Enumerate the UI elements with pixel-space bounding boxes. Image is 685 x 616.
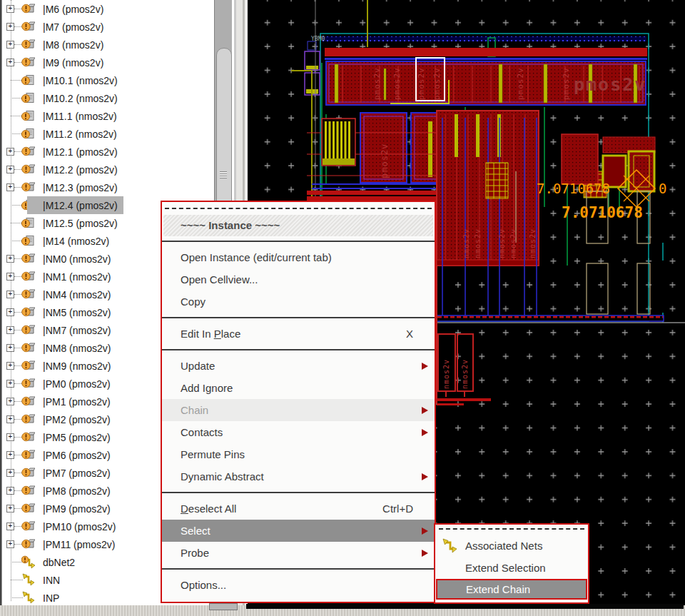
expand-toggle-icon[interactable] — [6, 487, 14, 495]
tree-horizontal-scrollbar-thumb[interactable] — [209, 603, 238, 610]
expand-toggle-icon[interactable] — [6, 522, 14, 530]
submenu-item-extend-selection[interactable]: Extend Selection — [435, 557, 588, 579]
menu-shortcut: X — [406, 323, 413, 345]
expand-toggle-icon[interactable] — [6, 291, 14, 298]
tree-item-label: |PM10 (pmos2v) — [43, 521, 116, 532]
tree-item-label: |M9 (nmos2v) — [43, 57, 103, 69]
menu-item-label: Dynamic Abstract — [181, 470, 264, 483]
tree-item-m11-1-nmos2v[interactable]: |M11.1 (nmos2v) — [1, 107, 215, 125]
submenu-tearoff[interactable] — [439, 528, 584, 530]
tree-item-label: |M10.2 (nmos2v) — [43, 93, 118, 104]
measurement-label: 0 — [659, 181, 666, 196]
expand-toggle-icon[interactable] — [6, 415, 14, 423]
tree-item-label: |M8 (nmos2v) — [43, 39, 103, 51]
submenu-item-label: Extend Selection — [465, 562, 546, 574]
submenu-item-extend-chain[interactable]: Extend Chain — [436, 579, 587, 600]
expand-toggle-icon[interactable] — [6, 362, 14, 370]
cell-label: pmos2v — [432, 67, 442, 100]
tree-item-m10-1-nmos2v[interactable]: |M10.1 (nmos2v) — [1, 71, 215, 89]
expand-toggle-icon[interactable] — [6, 41, 14, 49]
menu-shortcut: Ctrl+D — [382, 498, 413, 520]
tree-item-label: |PM8 (pmos2v) — [43, 485, 111, 497]
expand-toggle-icon[interactable] — [6, 148, 14, 156]
tree-item-m6-pmos2v[interactable]: |M6 (pmos2v) — [1, 0, 215, 18]
expand-toggle-icon[interactable] — [6, 23, 14, 31]
menu-item-label: Probe — [181, 547, 209, 559]
select-submenu: Associated NetsExtend SelectionExtend Ch… — [434, 523, 589, 604]
application-window: |M6 (pmos2v) — [0, 0, 685, 616]
cell-label: pmos2v — [417, 67, 426, 100]
expand-toggle-icon[interactable] — [6, 308, 14, 316]
instance-context-menu: ~~~~ Instance ~~~~ Open Instance (edit/c… — [161, 201, 436, 603]
tree-item-m12-1-pmos2v[interactable]: |M12.1 (pmos2v) — [1, 143, 215, 161]
expand-toggle-icon[interactable] — [6, 540, 14, 548]
cell-label: nmos2v — [498, 228, 506, 258]
submenu-item-associated-nets[interactable]: Associated Nets — [435, 535, 588, 557]
cell-label: pmos2v — [562, 67, 571, 100]
tree-item-m8-nmos2v[interactable]: |M8 (nmos2v) — [1, 36, 215, 54]
tree-item-label: |NM0 (nmos2v) — [43, 253, 111, 265]
tree-item-label: INN — [43, 575, 60, 586]
menu-tearoff[interactable] — [165, 208, 432, 209]
expand-toggle-icon[interactable] — [6, 59, 14, 66]
tree-item-label: INP — [43, 592, 59, 604]
menu-item-edit-in-place[interactable]: Edit In PlaceX — [162, 323, 435, 345]
expand-toggle-icon[interactable] — [6, 5, 14, 13]
menu-item-label: Permute Pins — [181, 448, 245, 460]
expand-toggle-icon[interactable] — [6, 505, 14, 513]
tree-item-label: |M6 (pmos2v) — [43, 4, 103, 15]
cell-label: pmos2v — [516, 67, 525, 100]
menu-item-label: Edit In Place — [181, 328, 240, 340]
submenu-arrow-icon — [422, 550, 428, 557]
expand-toggle-icon[interactable] — [6, 398, 14, 405]
cell-label: pmos2v — [380, 143, 390, 178]
menu-item-label: Open Cellview... — [181, 273, 258, 286]
tree-item-m9-nmos2v[interactable]: |M9 (nmos2v) — [1, 54, 215, 71]
tree-item-label: |PM6 (pmos2v) — [43, 450, 111, 461]
tree-item-m11-2-nmos2v[interactable]: |M11.2 (nmos2v) — [1, 125, 215, 143]
tree-item-label: |NM7 (nmos2v) — [43, 325, 111, 336]
cell-label: pmos2v — [392, 67, 402, 100]
menu-item-select[interactable]: Select — [162, 520, 435, 542]
tree-item-label: |M12.5 (pmos2v) — [43, 218, 118, 229]
tree-item-m10-2-nmos2v[interactable]: |M10.2 (nmos2v) — [1, 89, 215, 107]
menu-item-label: Add Ignore — [181, 382, 233, 394]
net-icon — [442, 538, 457, 554]
tree-item-m12-2-pmos2v[interactable]: |M12.2 (pmos2v) — [1, 161, 215, 178]
expand-toggle-icon[interactable] — [6, 273, 14, 281]
expand-toggle-icon[interactable] — [6, 183, 14, 191]
menu-item-contacts[interactable]: Contacts — [162, 421, 435, 443]
expand-toggle-icon[interactable] — [6, 451, 14, 459]
menu-item-open-instance-edit-current-tab[interactable]: Open Instance (edit/current tab) — [162, 246, 435, 268]
expand-toggle-icon[interactable] — [6, 469, 14, 477]
expand-toggle-icon[interactable] — [6, 166, 14, 173]
tree-item-m12-3-pmos2v[interactable]: |M12.3 (pmos2v) — [1, 178, 215, 196]
menu-item-label: Open Instance (edit/current tab) — [181, 251, 332, 263]
cell-label: nmos2v — [461, 359, 469, 389]
menu-item-add-ignore[interactable]: Add Ignore — [162, 377, 435, 399]
menu-item-update[interactable]: Update — [162, 355, 435, 377]
menu-item-copy[interactable]: Copy — [162, 291, 435, 313]
submenu-arrow-icon — [422, 429, 428, 436]
expand-toggle-icon[interactable] — [6, 433, 14, 441]
menu-item-permute-pins[interactable]: Permute Pins — [162, 443, 435, 465]
expand-toggle-icon[interactable] — [6, 380, 14, 388]
expand-toggle-icon[interactable] — [6, 255, 14, 263]
tree-item-label: |M12.4 (pmos2v) — [43, 200, 118, 211]
expand-toggle-icon[interactable] — [6, 326, 14, 334]
menu-item-deselect-all[interactable]: Deselect AllCtrl+D — [162, 498, 435, 520]
cell-label: nmos2v — [462, 228, 470, 258]
tree-item-m7-pmos2v[interactable]: |M7 (pmos2v) — [1, 18, 215, 36]
menu-item-chain[interactable]: Chain — [162, 399, 435, 421]
menu-item-options[interactable]: Options... — [162, 574, 435, 596]
menu-item-dynamic-abstract[interactable]: Dynamic Abstract — [162, 465, 435, 488]
menu-item-open-cellview[interactable]: Open Cellview... — [162, 268, 435, 291]
tree-item-label: |PM9 (pmos2v) — [43, 503, 111, 515]
menu-item-probe[interactable]: Probe — [162, 542, 435, 564]
expand-toggle-icon[interactable] — [6, 344, 14, 352]
menu-item-label: Copy — [181, 296, 206, 308]
menu-item-label: Update — [181, 360, 215, 372]
tree-item-label: |PM1 (pmos2v) — [43, 396, 111, 408]
tree-item-label: |NM9 (nmos2v) — [43, 360, 111, 372]
cell-label: nmos2v — [509, 228, 517, 258]
